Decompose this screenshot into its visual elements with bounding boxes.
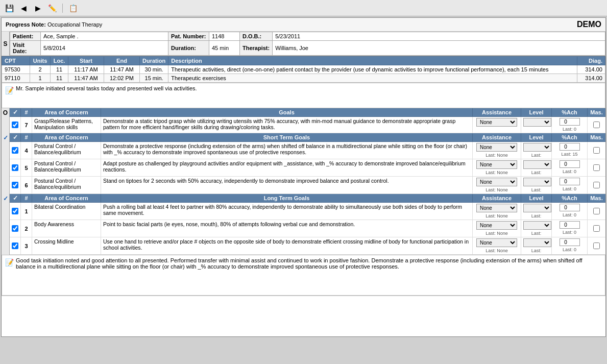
goal-check-lt0[interactable] — [10, 203, 21, 220]
goal-7-pct-input[interactable] — [560, 118, 580, 126]
goal-assist-select-lt1[interactable]: None — [476, 221, 517, 230]
cpt-row-0: 9753021111:17 AM11:47 AM30 min.Therapeut… — [2, 65, 605, 74]
lt-header-row: ✓ # Area of Concern Long Term Goals Assi… — [10, 194, 605, 203]
goal-level-select-st1[interactable] — [523, 160, 551, 169]
goal-area-st2: Postural Control / Balance/equilibrium — [32, 177, 101, 193]
st-area-header: Area of Concern — [32, 133, 101, 141]
bottom-note-area: 📝 Good task initiation noted and good at… — [2, 255, 605, 296]
back-icon[interactable]: ◀ — [18, 3, 29, 13]
duration-value: 45 min — [209, 41, 240, 56]
lt-top-header-row: ✓ # Area of Concern Goals Assistance — [10, 108, 605, 117]
goal-assist-select-st0[interactable]: None — [476, 143, 517, 152]
o-marker: O — [2, 108, 10, 133]
st-goals-section: ✓ ✓ # Area of Concern Short Term Goals — [2, 133, 605, 194]
goal-pct-input-lt1[interactable] — [560, 221, 580, 229]
visit-date-label: Visit Date: — [10, 41, 41, 56]
bottom-note-text: Good task initiation noted and good atte… — [16, 257, 602, 293]
bottom-empty-area — [2, 296, 605, 336]
goal-assist-select-st1[interactable]: None — [476, 160, 517, 169]
start-col-header: Start — [68, 57, 104, 65]
lt-rows-container: 1 Bilateral Coordination Push a rolling … — [10, 203, 605, 255]
session-note-text: Mr. Sample initiated several tasks today… — [16, 85, 197, 91]
goal-row-st1: 5 Postural Control / Balance/equilibrium… — [10, 159, 605, 177]
diag-col-header: Diag. — [577, 57, 605, 65]
goal-text-lt2: Use one hand to retrieve and/or place # … — [101, 237, 473, 254]
goal-pct-input-st0[interactable] — [560, 143, 580, 151]
goal-mas-check-st1[interactable] — [593, 164, 600, 171]
goal-pct-st0: Last: 15 — [552, 142, 588, 159]
goal-7-level-select[interactable] — [523, 118, 551, 127]
goal-pct-input-lt0[interactable] — [560, 204, 580, 211]
goal-level-select-st2[interactable] — [523, 178, 551, 186]
goal-check-lt2[interactable] — [10, 237, 21, 254]
goal-num-st0: 4 — [21, 142, 32, 159]
goal-row-lt0: 1 Bilateral Coordination Push a rolling … — [10, 203, 605, 220]
goal-7-number: 7 — [21, 117, 32, 133]
goal-assist-select-lt2[interactable]: None — [476, 238, 517, 247]
patient-info-table: Patient: Ace, Sample . Pat. Number: 1148… — [10, 32, 605, 56]
goal-mas-check-lt2[interactable] — [593, 242, 600, 249]
goal-text-lt0: Push a rolling ball at least 4 feet to p… — [101, 203, 473, 220]
goals-header: Goals — [101, 108, 473, 116]
goal-pct-input-st2[interactable] — [560, 178, 580, 185]
goal-7-text: Demonstrate a static tripod grasp while … — [101, 117, 473, 133]
goal-check-lt1[interactable] — [10, 220, 21, 237]
loc-col-header: Loc. — [51, 57, 68, 65]
goal-num-lt2: 3 — [21, 237, 32, 254]
main-container: Progress Note: Occupational Therapy DEMO… — [1, 17, 606, 337]
goal-pct-input-st1[interactable] — [560, 160, 580, 168]
goal-assist-st1: None Last: None — [473, 159, 521, 176]
bottom-note-icon: 📝 — [5, 258, 14, 293]
goal-level-select-lt2[interactable] — [523, 238, 551, 247]
goal-area-lt0: Bilateral Coordination — [32, 203, 101, 220]
goal-area-lt1: Body Awareness — [32, 220, 101, 237]
goal-pct-input-lt2[interactable] — [560, 238, 580, 246]
save-icon[interactable]: 💾 — [4, 3, 14, 13]
goal-level-select-lt1[interactable] — [523, 221, 551, 230]
lt-mas-header: Mas. — [588, 194, 605, 202]
lt-area-header: Area of Concern — [32, 194, 101, 202]
goal-7-assist: None — [473, 117, 521, 133]
goal-mas-check-st2[interactable] — [593, 182, 600, 188]
goal-level-lt2: Last: — [521, 237, 552, 254]
goal-assist-st2: None Last: None — [473, 177, 521, 193]
goals-area: O ✓ # Area of Concern Goals — [2, 108, 605, 255]
goal-row-lt2: 3 Crossing Midline Use one hand to retri… — [10, 237, 605, 255]
goal-level-st1: Last: — [521, 159, 552, 176]
therapist-value: Williams, Joe — [273, 41, 605, 56]
goal-check-st0[interactable] — [10, 142, 21, 159]
goal-check-st1[interactable] — [10, 159, 21, 176]
lt-check-header: ✓ — [10, 194, 21, 202]
goal-check-st2[interactable] — [10, 177, 21, 193]
goal-text-lt1: Point to basic facial parts (ie eyes, no… — [101, 220, 473, 237]
lt-assist-header: Assistance — [473, 194, 521, 202]
pencil-icon[interactable]: ✏️ — [47, 3, 57, 13]
goal-level-select-lt0[interactable] — [523, 204, 551, 212]
units-col-header: Units — [30, 57, 51, 65]
cpt-table: CPT Units Loc. Start End Duration Descri… — [2, 56, 605, 83]
description-col-header: Description — [168, 57, 577, 65]
lt-goal-row-7: 7 Grasp/Release Patterns, Manipulation s… — [10, 117, 605, 133]
goal-mas-check-lt0[interactable] — [593, 208, 600, 214]
export-icon[interactable]: 📋 — [68, 3, 78, 13]
cpt-row-1: 9711011111:47 AM12:02 PM15 min.Therapeut… — [2, 74, 605, 83]
st-level-header: Level — [521, 133, 552, 141]
goal-assist-select-lt0[interactable]: None — [476, 204, 517, 212]
goal-num-lt1: 2 — [21, 220, 32, 237]
goal-mas-check-lt1[interactable] — [593, 225, 600, 232]
st-check-header: ✓ — [10, 133, 21, 141]
goal-row-st0: 4 Postural Control / Balance/equilibrium… — [10, 142, 605, 159]
goal-num-lt0: 1 — [21, 203, 32, 220]
goal-7-check[interactable] — [10, 117, 21, 133]
goal-7-assist-select[interactable]: None — [476, 118, 517, 127]
goal-area-st0: Postural Control / Balance/equilibrium — [32, 142, 101, 159]
goal-area-st1: Postural Control / Balance/equilibrium — [32, 159, 101, 176]
goal-7-mas-check[interactable] — [593, 122, 600, 128]
goal-row-lt1: 2 Body Awareness Point to basic facial p… — [10, 220, 605, 237]
goal-mas-check-st0[interactable] — [593, 147, 600, 154]
goal-assist-select-st2[interactable]: None — [476, 178, 517, 186]
lt-pct-header: %Ach — [552, 194, 588, 202]
goal-level-st2: Last: — [521, 177, 552, 193]
goal-level-select-st0[interactable] — [523, 143, 551, 152]
forward-icon[interactable]: ▶ — [33, 3, 43, 13]
